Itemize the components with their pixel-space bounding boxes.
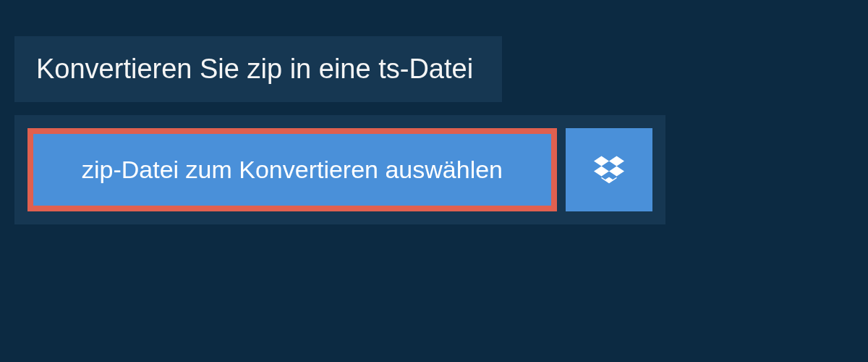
dropbox-icon xyxy=(594,153,624,187)
dropbox-button[interactable] xyxy=(566,128,652,211)
page-title-bar: Konvertieren Sie zip in eine ts-Datei xyxy=(14,36,502,102)
page-title: Konvertieren Sie zip in eine ts-Datei xyxy=(36,54,473,85)
select-file-label: zip-Datei zum Konvertieren auswählen xyxy=(82,156,503,184)
select-file-button[interactable]: zip-Datei zum Konvertieren auswählen xyxy=(27,128,557,211)
upload-panel: zip-Datei zum Konvertieren auswählen xyxy=(14,115,665,224)
